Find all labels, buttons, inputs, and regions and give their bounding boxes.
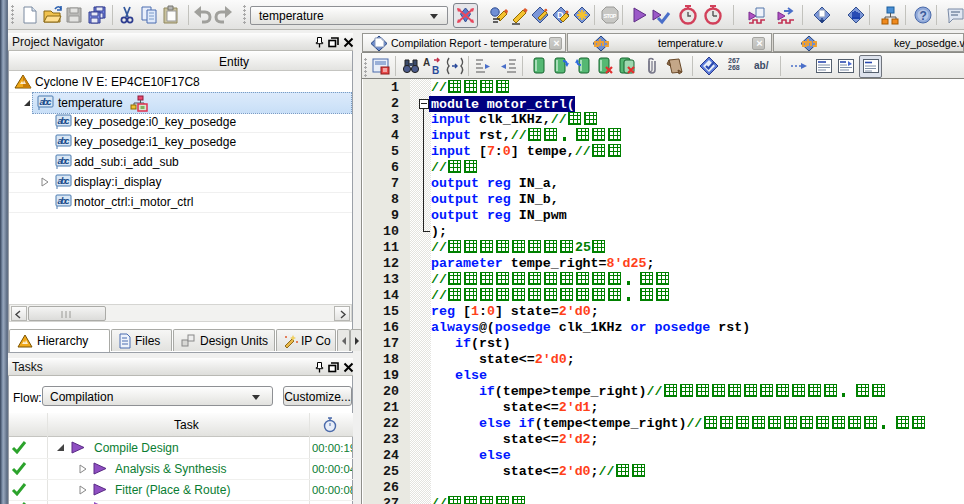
svg-text:abc: abc [58, 156, 70, 166]
svg-text:abc: abc [40, 97, 52, 107]
svg-text:abc: abc [58, 116, 70, 126]
svg-text:B: B [432, 65, 439, 76]
svg-text:abc: abc [58, 196, 70, 206]
svg-text:abc: abc [58, 136, 70, 146]
svg-text:abc: abc [58, 176, 70, 186]
svg-text:A: A [423, 57, 430, 68]
svg-text:?: ? [920, 9, 927, 23]
svg-text:STOP: STOP [604, 13, 617, 19]
